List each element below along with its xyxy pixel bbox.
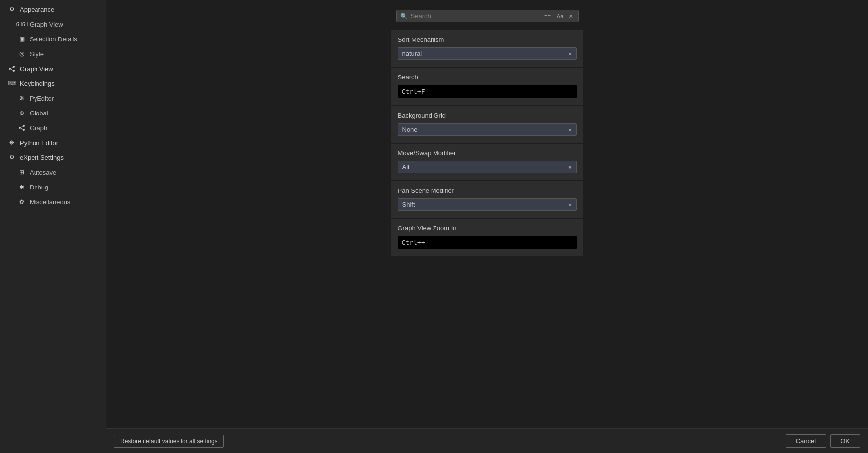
sidebar-item-pyeditor-label: PyEditor	[30, 95, 54, 102]
background-grid-dropdown[interactable]: None Dots Lines Cross	[398, 123, 577, 136]
svg-point-5	[19, 127, 21, 129]
sidebar-item-graph-view-sub[interactable]: ⛙ Graph View	[0, 17, 106, 32]
sidebar-item-selection-details[interactable]: ▣ Selection Details	[0, 32, 106, 46]
pan-scene-label: Pan Scene Modifier	[398, 187, 577, 194]
sidebar-item-appearance-label: Appearance	[20, 6, 54, 13]
python-icon-pyeditor: ❋	[18, 94, 26, 102]
search-keybind-label: Search	[398, 74, 577, 81]
graph-view-zoom-in-label: Graph View Zoom In	[398, 225, 577, 232]
svg-line-9	[21, 128, 23, 130]
sidebar-item-keybindings[interactable]: ⌨ Keybindings	[0, 76, 106, 91]
cancel-button[interactable]: Cancel	[786, 434, 826, 448]
ok-button[interactable]: OK	[830, 434, 860, 448]
bug-icon: ✱	[18, 183, 26, 191]
search-close-button[interactable]: ×	[568, 13, 574, 20]
search-keybind-value: Ctrl+F	[398, 85, 577, 98]
window-icon: ▣	[18, 35, 26, 43]
pan-scene-dropdown[interactable]: Shift Alt Ctrl None	[398, 198, 577, 211]
move-swap-label: Move/Swap Modifier	[398, 150, 577, 157]
sidebar-item-graph-view[interactable]: Graph View	[0, 61, 106, 76]
sidebar-item-autosave-label: Autosave	[30, 169, 56, 176]
graph-view-zoom-in-value: Ctrl++	[398, 236, 577, 249]
bottom-right-buttons: Cancel OK	[786, 434, 860, 448]
sidebar-item-debug-label: Debug	[30, 184, 48, 191]
sidebar-item-graph-sub[interactable]: Graph	[0, 120, 106, 135]
svg-point-6	[23, 125, 25, 127]
move-swap-card: Move/Swap Modifier Alt Ctrl Shift None ▼	[391, 144, 583, 180]
search-keybind-card: Search Ctrl+F	[391, 68, 583, 105]
graph-view-zoom-in-card: Graph View Zoom In Ctrl++	[391, 219, 583, 256]
svg-point-1	[13, 66, 15, 68]
graph-sub-icon	[18, 124, 26, 132]
graph-icon-sub: ⛙	[18, 20, 26, 28]
sidebar: Appearance ⛙ Graph View ▣ Selection Deta…	[0, 0, 106, 453]
background-grid-dropdown-wrapper: None Dots Lines Cross ▼	[398, 123, 577, 136]
sidebar-item-graph-view-label: Graph View	[20, 65, 53, 73]
case-sensitive-button[interactable]: Aa	[555, 13, 565, 20]
sort-mechanism-dropdown[interactable]: natural alphabetical none	[398, 47, 577, 60]
sidebar-item-keybindings-label: Keybindings	[20, 80, 55, 87]
sidebar-item-appearance[interactable]: Appearance	[0, 2, 106, 17]
misc-icon: ✿	[18, 198, 26, 206]
svg-line-3	[11, 67, 13, 69]
gear-icon	[8, 5, 16, 13]
eye-icon: ◎	[18, 50, 26, 58]
svg-point-7	[23, 129, 25, 131]
search-bar: 🔍 == Aa ×	[396, 10, 579, 22]
sidebar-item-pyeditor[interactable]: ❋ PyEditor	[0, 91, 106, 106]
search-input[interactable]	[411, 12, 540, 20]
sidebar-item-debug[interactable]: ✱ Debug	[0, 180, 106, 194]
sort-mechanism-label: Sort Mechanism	[398, 36, 577, 43]
graph-top-icon	[8, 65, 16, 73]
sidebar-item-autosave[interactable]: ⊞ Autosave	[0, 165, 106, 180]
sidebar-item-graph-view-sub-label: Graph View	[30, 21, 63, 28]
settings-container: Sort Mechanism natural alphabetical none…	[391, 30, 583, 256]
sort-mechanism-card: Sort Mechanism natural alphabetical none…	[391, 30, 583, 67]
restore-defaults-button[interactable]: Restore default values for all settings	[114, 435, 224, 448]
exact-match-button[interactable]: ==	[543, 13, 552, 20]
sidebar-item-python-editor[interactable]: ❋ Python Editor	[0, 135, 106, 150]
background-grid-label: Background Grid	[398, 112, 577, 119]
sidebar-item-graph-sub-label: Graph	[30, 124, 47, 132]
svg-line-4	[11, 69, 13, 71]
sidebar-item-expert-settings[interactable]: eXpert Settings	[0, 150, 106, 165]
pan-scene-card: Pan Scene Modifier Shift Alt Ctrl None ▼	[391, 181, 583, 218]
background-grid-card: Background Grid None Dots Lines Cross ▼	[391, 106, 583, 143]
sidebar-item-style-label: Style	[30, 50, 44, 58]
move-swap-dropdown-wrapper: Alt Ctrl Shift None ▼	[398, 161, 577, 173]
python-editor-icon: ❋	[8, 139, 16, 147]
svg-line-8	[21, 126, 23, 128]
save-icon: ⊞	[18, 168, 26, 176]
sidebar-item-miscellaneous-label: Miscellaneous	[30, 198, 70, 206]
sidebar-item-style[interactable]: ◎ Style	[0, 46, 106, 61]
svg-point-2	[13, 70, 15, 72]
content-body: 🔍 == Aa × Sort Mechanism natural alphabe…	[106, 0, 868, 428]
svg-point-0	[9, 68, 11, 70]
move-swap-dropdown[interactable]: Alt Ctrl Shift None	[398, 161, 577, 173]
sidebar-item-expert-settings-label: eXpert Settings	[20, 154, 64, 161]
keyboard-icon: ⌨	[8, 79, 16, 87]
main-layout: Appearance ⛙ Graph View ▣ Selection Deta…	[0, 0, 868, 453]
content-area: 🔍 == Aa × Sort Mechanism natural alphabe…	[106, 0, 868, 453]
sidebar-item-global[interactable]: ⊕ Global	[0, 106, 106, 120]
sidebar-item-python-editor-label: Python Editor	[20, 139, 58, 147]
search-bar-wrapper: 🔍 == Aa ×	[396, 10, 579, 22]
sidebar-item-selection-details-label: Selection Details	[30, 36, 77, 43]
pan-scene-dropdown-wrapper: Shift Alt Ctrl None ▼	[398, 198, 577, 211]
sidebar-item-miscellaneous[interactable]: ✿ Miscellaneous	[0, 194, 106, 209]
bottom-bar: Restore default values for all settings …	[106, 428, 868, 453]
sidebar-item-global-label: Global	[30, 110, 48, 117]
sort-mechanism-dropdown-wrapper: natural alphabetical none ▼	[398, 47, 577, 60]
globe-icon: ⊕	[18, 109, 26, 117]
expert-gear-icon	[8, 153, 16, 161]
search-icon: 🔍	[400, 13, 408, 20]
